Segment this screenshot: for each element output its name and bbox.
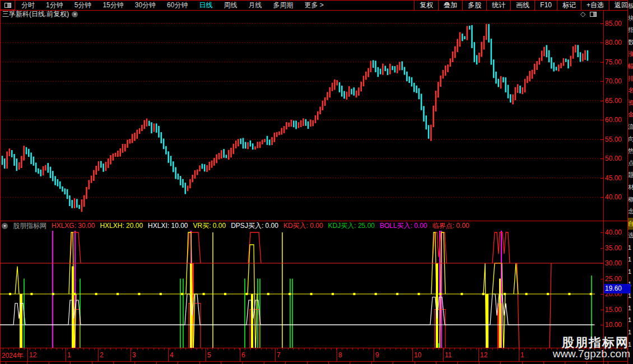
sidebar-strip-item-21[interactable]: 1 [628, 254, 633, 266]
indicator-panel-chart[interactable] [0, 231, 603, 348]
sidebar-strip-item-17[interactable]: 念 [628, 206, 633, 218]
toolbar-button-4[interactable]: 画线 [510, 0, 534, 10]
layout-split-icon[interactable] [0, 0, 15, 10]
indicator-field-BOLL买入: BOLL买入: 0.00 [380, 221, 427, 231]
period-tab-4[interactable]: 30分钟 [129, 1, 161, 10]
next-panel-tick [608, 362, 608, 364]
indicator-tick-mark [601, 248, 603, 249]
date-tick [51, 348, 52, 350]
right-sidebar-strip[interactable]: 板块指数涨幅排名资金流向热点题材概念自选111111111 [627, 0, 633, 364]
date-tick [143, 348, 143, 350]
sidebar-strip-item-3[interactable]: 数 [628, 36, 633, 49]
date-tick [358, 348, 359, 350]
sidebar-strip-item-12[interactable]: 热 [628, 145, 633, 157]
date-tick [250, 348, 251, 350]
sidebar-strip-item-14[interactable]: 题 [628, 169, 633, 181]
date-tick [466, 348, 466, 350]
month-label: 10 [414, 351, 421, 359]
sidebar-strip-item-10[interactable]: 流 [628, 121, 633, 133]
date-tick [132, 348, 132, 350]
date-tick [309, 348, 310, 350]
date-tick [202, 348, 202, 350]
toolbar-button-6[interactable]: 标记 [557, 0, 581, 10]
date-tick [100, 348, 100, 350]
date-tick [471, 348, 471, 350]
indicator-field-VR买: VR买: 0.00 [193, 221, 226, 231]
month-divider [478, 348, 479, 361]
toolbar-button-5[interactable]: F10 [534, 0, 557, 10]
date-tick [261, 348, 262, 350]
sidebar-strip-item-19[interactable]: 选 [628, 230, 633, 242]
date-tick [40, 348, 41, 350]
price-tick-label: 45.00 [605, 174, 629, 182]
sidebar-strip-item-9[interactable]: 金 [628, 109, 633, 121]
month-label: 4 [170, 351, 174, 359]
next-panel-tick [156, 362, 157, 364]
period-tab-3[interactable]: 15分钟 [97, 1, 129, 10]
month-label: 5 [207, 351, 211, 359]
sidebar-strip-item-11[interactable]: 向 [628, 133, 633, 146]
chevron-down-circle-icon[interactable]: ▾ [72, 11, 78, 17]
period-tab-8[interactable]: 月线 [243, 1, 267, 10]
date-tick [13, 348, 14, 350]
date-tick [385, 348, 385, 350]
sidebar-strip-item-4[interactable]: 涨 [628, 48, 633, 60]
date-tick [30, 348, 30, 350]
next-panel-tick [479, 362, 480, 364]
trading-app-window: 分时1分钟5分钟15分钟30分钟60分钟日线周线月线多周期更多 > 复权叠加多股… [0, 0, 633, 364]
sidebar-strip-item-22[interactable]: 1 [628, 266, 633, 278]
sidebar-strip-item-18[interactable]: 自 [628, 218, 633, 230]
period-toolbar: 分时1分钟5分钟15分钟30分钟60分钟日线周线月线多周期更多 > 复权叠加多股… [0, 0, 633, 11]
month-divider [206, 348, 206, 361]
date-tick [73, 348, 73, 350]
toolbar-button-3[interactable]: 统计 [486, 0, 510, 10]
sidebar-strip-item-25[interactable]: 1 [628, 302, 633, 315]
diamond-icon[interactable]: ◇ [580, 11, 585, 17]
indicator-source-label: 股朋指标网 [13, 221, 46, 231]
toolbar-button-7[interactable]: +自选 [581, 0, 609, 10]
sidebar-strip-item-16[interactable]: 概 [628, 194, 633, 206]
next-panel-strip [0, 362, 627, 364]
sidebar-strip-item-15[interactable]: 材 [628, 181, 633, 194]
date-tick [35, 348, 36, 350]
date-tick [476, 348, 477, 350]
panel-toggle-icon[interactable] [590, 12, 597, 17]
date-tick [282, 348, 283, 350]
sidebar-strip-item-1[interactable]: 块 [628, 12, 633, 25]
date-tick [137, 348, 138, 350]
main-candlestick-chart[interactable] [0, 17, 603, 221]
month-divider [240, 348, 240, 361]
sidebar-strip-item-6[interactable]: 排 [628, 73, 633, 85]
sidebar-strip-item-20[interactable]: 1 [628, 242, 633, 254]
sidebar-strip-item-5[interactable]: 幅 [628, 60, 633, 73]
date-tick [395, 348, 396, 350]
next-panel-tick [27, 362, 27, 364]
period-tab-6[interactable]: 日线 [193, 1, 218, 10]
sidebar-strip-item-8[interactable]: 资 [628, 97, 633, 109]
date-tick [266, 348, 267, 350]
next-panel-tick [393, 362, 393, 364]
next-panel-tick [522, 362, 523, 364]
toolbar-button-1[interactable]: 叠加 [438, 0, 462, 10]
latest-value-badge: 19.60 [604, 284, 631, 293]
period-tab-10[interactable]: 更多 > [299, 1, 329, 10]
sidebar-strip-item-26[interactable]: 1 [628, 314, 633, 326]
date-tick [535, 348, 536, 350]
next-panel-tick [92, 362, 92, 364]
month-divider [98, 348, 99, 361]
period-tab-9[interactable]: 多周期 [267, 1, 299, 10]
sidebar-strip-item-13[interactable]: 点 [628, 157, 633, 170]
period-tab-1[interactable]: 1分钟 [40, 1, 69, 10]
month-label: 1 [67, 351, 71, 359]
period-tab-2[interactable]: 5分钟 [69, 1, 97, 10]
sidebar-strip-item-2[interactable]: 指 [628, 24, 633, 36]
period-tab-7[interactable]: 周线 [218, 1, 243, 10]
indicator-tick-mark [601, 279, 603, 279]
toolbar-button-2[interactable]: 多股 [462, 0, 486, 10]
period-tab-5[interactable]: 60分钟 [161, 1, 193, 10]
toolbar-button-0[interactable]: 复权 [414, 0, 438, 10]
sidebar-strip-item-0[interactable]: 板 [628, 0, 633, 12]
period-tab-0[interactable]: 分时 [16, 1, 40, 10]
indicator-chevron-icon[interactable]: ▾ [2, 223, 8, 229]
sidebar-strip-item-7[interactable]: 名 [628, 85, 633, 97]
